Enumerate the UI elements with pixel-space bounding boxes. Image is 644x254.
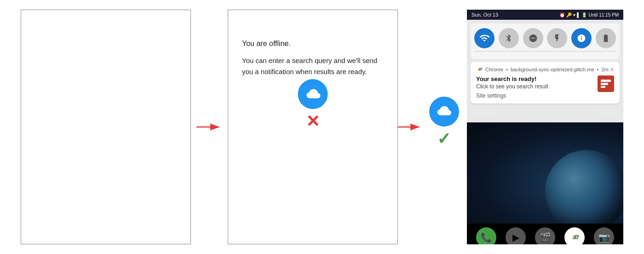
- vpn-icon: 🔑: [566, 12, 572, 17]
- notif-content: Your search is ready! Click to see you s…: [476, 75, 594, 99]
- notif-header: Chrome • background-sync-optimized.glitc…: [476, 66, 614, 73]
- wifi-icon: ▾: [573, 12, 575, 17]
- qs-separator: [474, 51, 616, 52]
- arrow-1: [196, 121, 223, 133]
- manage-button[interactable]: Manage: [472, 109, 494, 116]
- notif-site: background-sync-optimized.glitch.me: [511, 67, 594, 72]
- chrome-icon: [476, 66, 483, 73]
- notif-separator2: •: [597, 67, 599, 72]
- panel-online: Search: [21, 10, 191, 244]
- svg-rect-6: [601, 80, 611, 82]
- result-cloud-section: ✓: [421, 10, 467, 244]
- qs-datasaver-btn[interactable]: [571, 28, 592, 48]
- notif-time: 2m: [601, 67, 608, 72]
- qs-battery-btn[interactable]: [596, 28, 616, 48]
- notif-expand-btn[interactable]: ∧: [610, 66, 614, 73]
- notif-header-left: Chrome • background-sync-optimized.glitc…: [476, 66, 609, 73]
- notif-body: Click to see you search result: [476, 83, 594, 90]
- svg-rect-8: [601, 86, 605, 88]
- dock-camera-icon[interactable]: 📷: [594, 227, 614, 244]
- quick-settings: [471, 23, 620, 59]
- panel-offline: You are offline. You can enter a search …: [228, 10, 398, 244]
- result-check-icon: ✓: [437, 129, 451, 149]
- svg-rect-7: [601, 83, 608, 85]
- qs-bluetooth-btn[interactable]: [499, 28, 519, 48]
- status-bar: Sun, Oct 13 ⏰ 🔑 ▾ ▌ 🔋 Until 11:15 PM: [467, 10, 623, 20]
- arrow-2: [396, 121, 423, 133]
- search-area-1: Search: [21, 0, 191, 166]
- phone-panel: Sun, Oct 13 ⏰ 🔑 ▾ ▌ 🔋 Until 11:15 PM: [467, 10, 623, 244]
- notif-app-name: Chrome: [485, 67, 503, 72]
- main-container: Search You are offline. You can enter a …: [0, 0, 644, 254]
- wallpaper: [467, 122, 623, 224]
- qs-dnd-btn[interactable]: [523, 28, 543, 48]
- cloud-icon-result: [429, 97, 459, 127]
- notification-drawer: Chrome • background-sync-optimized.glitc…: [467, 20, 623, 122]
- status-icons: ⏰ 🔑 ▾ ▌ 🔋 Until 11:15 PM: [559, 12, 619, 17]
- notification-card[interactable]: Chrome • background-sync-optimized.glitc…: [471, 62, 620, 104]
- battery-icon: 🔋: [581, 12, 587, 17]
- notif-title: Your search is ready!: [476, 75, 594, 82]
- alarm-icon: ⏰: [559, 12, 565, 17]
- until-label: Until 11:15 PM: [588, 12, 619, 17]
- result-area: ✓ Sun, Oct 13 ⏰ 🔑 ▾ ▌ 🔋 Until 11:15: [421, 10, 623, 244]
- arrow-2-container: [398, 10, 421, 244]
- status-date: Sun, Oct 13: [472, 12, 498, 17]
- bottom-actions: Manage Clear all: [471, 106, 620, 119]
- qs-flashlight-btn[interactable]: [547, 28, 567, 48]
- qs-row: [474, 28, 616, 48]
- app-dock: 📞 ▶ 🎬 📷: [467, 224, 623, 244]
- earth-graphic: [545, 150, 623, 224]
- arrow-1-container: [191, 10, 228, 244]
- dock-play-icon[interactable]: ▶: [506, 227, 526, 244]
- notif-separator: •: [506, 67, 508, 72]
- qs-wifi-btn[interactable]: [474, 28, 494, 48]
- dock-chrome-icon[interactable]: [564, 227, 585, 244]
- clear-all-button[interactable]: Clear all: [596, 109, 618, 116]
- dock-phone-icon[interactable]: 📞: [476, 227, 496, 244]
- search-area-2: Search: [228, 0, 398, 182]
- signal-icon: ▌: [577, 12, 580, 17]
- notif-app-icon: [598, 75, 614, 92]
- dock-video-icon[interactable]: 🎬: [535, 227, 555, 244]
- site-settings-link[interactable]: Site settings: [476, 92, 594, 99]
